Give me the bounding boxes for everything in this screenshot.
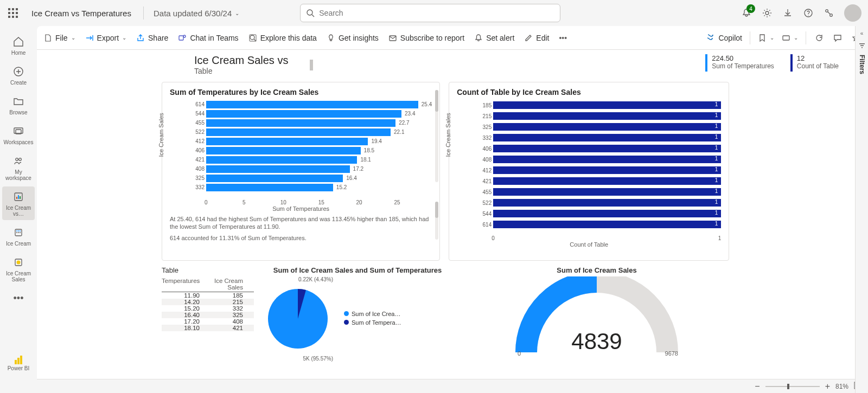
notifications-button[interactable]: 4 — [741, 8, 752, 18]
settings-button[interactable] — [762, 8, 773, 18]
nav-ice-cream[interactable]: Ice Cream — [2, 222, 35, 250]
workspaces-icon — [11, 124, 25, 138]
download-button[interactable] — [782, 8, 793, 18]
nav-home[interactable]: Home — [2, 31, 35, 59]
bar-row: 1851 — [477, 100, 721, 111]
gear-icon — [762, 8, 772, 18]
bookmark-button[interactable]: ⌄ — [758, 34, 774, 42]
content-area: File⌄ Export⌄ Share Chat in Teams Explor… — [37, 26, 868, 393]
ellipsis-icon: ••• — [11, 291, 25, 305]
data-updated-dropdown[interactable]: Data updated 6/30/24 ⌄ — [150, 9, 239, 18]
table-row: 11.90185 — [162, 292, 254, 299]
visual-count-table-bar[interactable]: Count of Table by Ice Cream Sales Ice Cr… — [449, 82, 729, 261]
plus-circle-icon — [11, 65, 25, 79]
copilot-icon — [705, 33, 715, 43]
nav-create[interactable]: Create — [2, 61, 35, 89]
top-right-actions: 4 — [741, 4, 861, 22]
filters-pane-collapsed[interactable]: « Filters — [855, 26, 868, 393]
nav-more[interactable]: ••• — [2, 288, 35, 308]
nav-browse[interactable]: Browse — [2, 91, 35, 119]
bar-row: 2151 — [477, 111, 721, 121]
help-button[interactable] — [803, 8, 814, 18]
resize-handle[interactable] — [310, 60, 313, 70]
chevron-down-icon: ⌄ — [122, 35, 126, 41]
divider — [806, 31, 806, 44]
svg-point-28 — [250, 35, 254, 40]
legend: Sum of Ice Crea… Sum of Tempera… — [344, 311, 401, 328]
bar-chart: 1851215132513321406140814121421145515221… — [477, 100, 721, 235]
pie-label: 0.22K (4.43%) — [263, 276, 333, 282]
scrollbar[interactable] — [435, 202, 438, 240]
chevron-down-icon: ⌄ — [770, 35, 774, 41]
chevron-down-icon: ⌄ — [235, 10, 239, 16]
gauge-min: 0 — [518, 350, 521, 357]
divider — [143, 7, 144, 20]
nav-my-workspace[interactable]: My workspace — [2, 151, 35, 184]
nav-workspaces[interactable]: Workspaces — [2, 121, 35, 149]
bar-row: 52222.1 — [190, 127, 432, 137]
file-menu[interactable]: File⌄ — [43, 34, 75, 42]
refresh-icon — [815, 34, 824, 42]
refresh-button[interactable] — [814, 33, 825, 43]
table-row: 16.40325 — [162, 312, 254, 318]
svg-rect-14 — [16, 197, 17, 199]
svg-point-22 — [18, 232, 19, 233]
svg-rect-16 — [20, 196, 21, 199]
visual-gauge[interactable]: Sum of Ice Cream Sales 4839 0 9678 — [461, 266, 732, 362]
bar-row: 40618.5 — [190, 146, 432, 155]
visual-table[interactable]: Table TemperaturesIce Cream Sales 11.901… — [162, 266, 254, 362]
insights-button[interactable]: Get insights — [327, 34, 379, 42]
bar-row: 5221 — [477, 197, 721, 208]
document-icon — [43, 34, 52, 42]
chevron-down-icon: ⌄ — [71, 35, 75, 41]
bar-row: 6141 — [477, 219, 721, 230]
copilot-button[interactable]: Copilot — [705, 33, 742, 43]
search-input[interactable] — [300, 4, 560, 22]
export-menu[interactable]: Export⌄ — [85, 34, 126, 42]
zoom-out-button[interactable]: − — [755, 382, 760, 391]
gauge-value: 4839 — [510, 328, 684, 355]
y-axis-label: Ice Cream Sales — [158, 113, 164, 157]
more-button[interactable]: ••• — [559, 34, 567, 42]
svg-rect-36 — [860, 46, 864, 47]
report-toolbar: File⌄ Export⌄ Share Chat in Teams Explor… — [37, 26, 868, 50]
kpi-accent-bar — [705, 54, 707, 72]
avatar[interactable] — [844, 4, 861, 22]
left-navigation: Home Create Browse Workspaces My workspa… — [0, 26, 37, 393]
explore-button[interactable]: Explore this data — [248, 34, 317, 42]
zoom-slider[interactable] — [765, 386, 820, 387]
visual-sum-temperatures-bar[interactable]: Sum of Temperatures by Ice Cream Sales I… — [162, 82, 440, 261]
svg-point-6 — [830, 14, 833, 17]
alert-button[interactable]: Set alert — [474, 34, 514, 42]
nav-current-report[interactable]: Ice Cream vs… — [2, 186, 35, 220]
view-icon — [782, 34, 790, 42]
share-button[interactable]: Share — [136, 34, 168, 42]
download-icon — [783, 8, 793, 18]
table-row: 14.20215 — [162, 299, 254, 305]
bookmark-icon — [758, 34, 767, 42]
legend-item: Sum of Tempera… — [344, 319, 401, 326]
power-bi-icon — [15, 356, 22, 364]
search-field[interactable] — [319, 9, 554, 17]
scrollbar[interactable] — [435, 90, 438, 182]
bar-row: 61425.4 — [190, 100, 432, 109]
nav-ice-cream-sales[interactable]: Ice Cream Sales — [2, 252, 35, 286]
bar-row: 41219.4 — [190, 137, 432, 146]
chevron-left-icon: « — [860, 30, 864, 36]
report-subtitle: Table — [194, 67, 288, 75]
view-button[interactable]: ⌄ — [782, 34, 798, 42]
comment-button[interactable] — [832, 33, 843, 43]
svg-line-1 — [312, 15, 314, 17]
app-launcher-icon[interactable] — [7, 7, 20, 20]
filters-label: Filters — [858, 55, 866, 74]
visual-pie[interactable]: Sum of Ice Cream Sales and Sum of Temper… — [263, 266, 452, 362]
bar-row: 4121 — [477, 165, 721, 176]
zoom-in-button[interactable]: + — [825, 382, 830, 391]
edit-button[interactable]: Edit — [524, 34, 549, 42]
pie-chart — [263, 284, 333, 354]
subscribe-button[interactable]: Subscribe to report — [388, 34, 464, 42]
bar-row: 4551 — [477, 186, 721, 197]
svg-point-19 — [18, 230, 19, 231]
apps-button[interactable] — [824, 8, 834, 18]
chat-teams-button[interactable]: Chat in Teams — [178, 34, 238, 42]
